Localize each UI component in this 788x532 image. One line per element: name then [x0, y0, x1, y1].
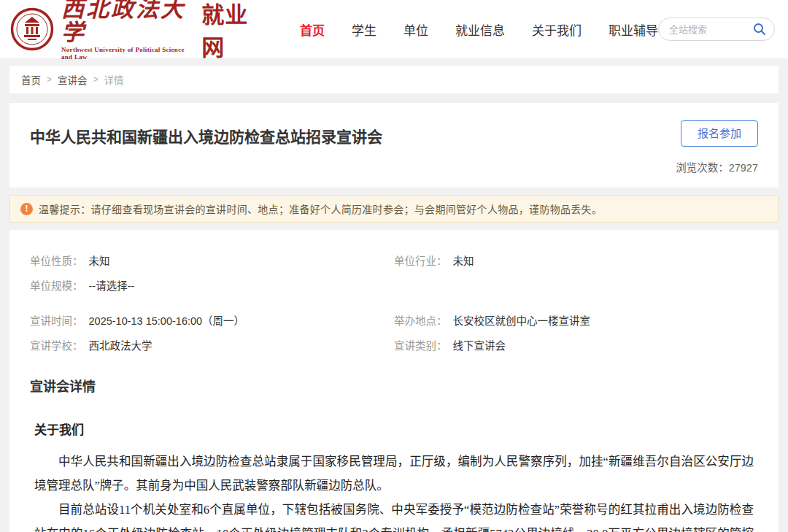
signup-button[interactable]: 报名参加: [681, 120, 758, 147]
university-name-en: Northwest University of Political Scienc…: [61, 46, 191, 61]
field-event-location: 举办地点： 长安校区就创中心一楼宣讲室: [394, 307, 758, 332]
description-paragraph: 目前总站设11个机关处室和6个直属单位，下辖包括被国务院、中央军委授予“模范边防…: [34, 498, 754, 532]
breadcrumb-separator: >: [47, 74, 52, 85]
field-label: 宣讲学校：: [30, 337, 83, 352]
field-value: 线下宣讲会: [453, 337, 506, 352]
field-event-school: 宣讲学校： 西北政法大学: [30, 332, 394, 357]
event-title-card: 中华人民共和国新疆出入境边防检查总站招录宣讲会 报名参加 浏览次数：27927: [9, 103, 779, 188]
university-name-zh: 西北政法大学: [61, 0, 191, 45]
site-name: 就业网: [201, 0, 262, 62]
warning-icon: !: [20, 203, 33, 215]
event-detail-card: 单位性质： 未知 单位行业： 未知 单位规模： --请选择-- 宣讲时间： 20…: [9, 230, 779, 532]
info-group-gap: [30, 297, 758, 307]
field-label: 单位规模：: [30, 277, 83, 293]
view-count-value: 27927: [729, 162, 758, 174]
field-value: 未知: [453, 252, 474, 268]
page-title: 中华人民共和国新疆出入境边防检查总站招录宣讲会: [30, 120, 676, 147]
field-event-time: 宣讲时间： 2025-10-13 15:00-16:00（周一）: [30, 307, 394, 332]
nav-item-employers[interactable]: 单位: [403, 20, 428, 39]
event-description: 关于我们 中华人民共和国新疆出入境边防检查总站隶属于国家移民管理局，正厅级，编制…: [30, 418, 758, 532]
field-unit-scale: 单位规模： --请选择--: [30, 272, 394, 297]
breadcrumb-separator: >: [93, 74, 98, 85]
search-icon[interactable]: [752, 22, 767, 36]
nav-item-home[interactable]: 首页: [300, 20, 325, 39]
view-count: 浏览次数：27927: [676, 159, 758, 174]
field-value: 未知: [89, 252, 110, 268]
view-count-label: 浏览次数：: [676, 162, 729, 174]
field-value: 2025-10-13 15:00-16:00（周一）: [89, 312, 245, 328]
notice-text: 温馨提示：请仔细查看现场宣讲会的宣讲时间、地点；准备好个人简历准时参会；与会期间…: [39, 201, 602, 216]
field-label: 宣讲时间：: [30, 312, 83, 328]
field-empty: [394, 272, 758, 297]
field-label: 宣讲类别：: [394, 337, 447, 352]
breadcrumb: 首页 > 宣讲会 > 详情: [9, 66, 779, 93]
description-paragraph: 中华人民共和国新疆出入境边防检查总站隶属于国家移民管理局，正厅级，编制为人民警察…: [34, 450, 754, 498]
site-search: [658, 18, 775, 41]
field-value: 长安校区就创中心一楼宣讲室: [453, 312, 591, 328]
breadcrumb-current: 详情: [104, 72, 124, 87]
nav-item-career-guidance[interactable]: 职业辅导: [609, 20, 658, 39]
field-value: --请选择--: [89, 277, 135, 293]
site-logo[interactable]: 西北政法大学 Northwest University of Political…: [10, 0, 262, 62]
site-header: 西北政法大学 Northwest University of Political…: [0, 0, 788, 58]
field-label: 举办地点：: [394, 312, 447, 328]
search-input[interactable]: [669, 24, 752, 35]
nav-item-about-us[interactable]: 关于我们: [532, 20, 582, 39]
notice-bar: ! 温馨提示：请仔细查看现场宣讲会的宣讲时间、地点；准备好个人简历准时参会；与会…: [9, 195, 779, 223]
event-info-grid: 单位性质： 未知 单位行业： 未知 单位规模： --请选择-- 宣讲时间： 20…: [30, 247, 758, 357]
about-us-heading: 关于我们: [34, 418, 754, 442]
field-unit-nature: 单位性质： 未知: [30, 247, 394, 272]
breadcrumb-section[interactable]: 宣讲会: [58, 72, 88, 87]
main-nav: 首页 学生 单位 就业信息 关于我们 职业辅导: [300, 20, 658, 39]
field-label: 单位性质：: [30, 252, 83, 268]
nav-item-students[interactable]: 学生: [352, 20, 376, 39]
university-seal-icon: [10, 7, 54, 51]
nav-item-job-info[interactable]: 就业信息: [455, 20, 505, 39]
breadcrumb-home[interactable]: 首页: [21, 72, 41, 87]
field-unit-industry: 单位行业： 未知: [394, 247, 758, 272]
detail-section-title: 宣讲会详情: [30, 376, 758, 395]
field-event-category: 宣讲类别： 线下宣讲会: [394, 332, 758, 357]
field-value: 西北政法大学: [89, 337, 152, 352]
field-label: 单位行业：: [394, 252, 447, 268]
